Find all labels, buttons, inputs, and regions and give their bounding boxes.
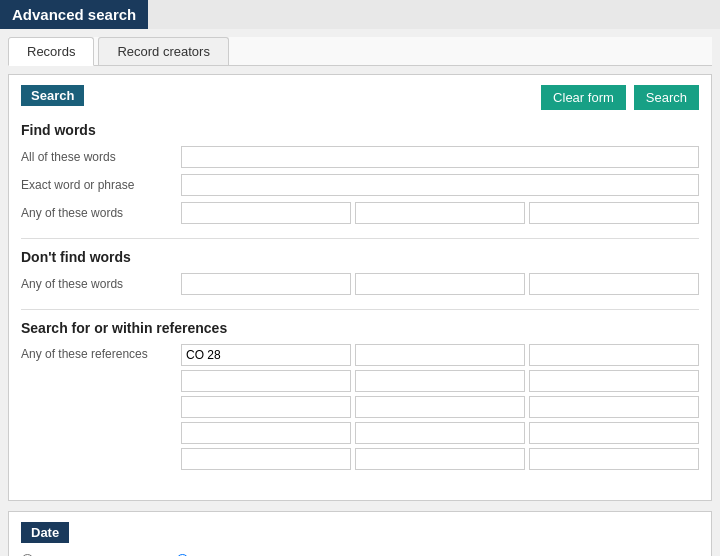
ref-input-5[interactable]: [355, 370, 525, 392]
any-words-row: Any of these words: [21, 202, 699, 224]
references-label: Any of these references: [21, 344, 181, 361]
tab-record-creators[interactable]: Record creators: [98, 37, 228, 65]
all-words-row: All of these words: [21, 146, 699, 168]
ref-input-15[interactable]: [529, 448, 699, 470]
ref-input-9[interactable]: [529, 396, 699, 418]
search-section-card: Search Clear form Search Find words All …: [8, 74, 712, 501]
ref-input-10[interactable]: [181, 422, 351, 444]
dont-words-triple: [181, 273, 699, 295]
ref-input-3[interactable]: [529, 344, 699, 366]
ref-input-4[interactable]: [181, 370, 351, 392]
references-grid: [181, 344, 699, 470]
dont-words-input-3[interactable]: [529, 273, 699, 295]
any-words-triple: [181, 202, 699, 224]
exact-phrase-input[interactable]: [181, 174, 699, 196]
page-header: Advanced search: [0, 0, 720, 29]
exact-phrase-label: Exact word or phrase: [21, 178, 181, 192]
find-words-title: Find words: [21, 122, 699, 138]
dont-any-words-label: Any of these words: [21, 277, 181, 291]
dont-find-words-section: Don't find words Any of these words: [21, 249, 699, 295]
find-words-section: Find words All of these words Exact word…: [21, 122, 699, 224]
dont-words-input-2[interactable]: [355, 273, 525, 295]
search-header-row: Search Clear form Search: [21, 85, 699, 116]
dont-words-input-1[interactable]: [181, 273, 351, 295]
references-section: Search for or within references Any of t…: [21, 320, 699, 470]
references-title: Search for or within references: [21, 320, 699, 336]
any-words-input-3[interactable]: [529, 202, 699, 224]
ref-input-2[interactable]: [355, 344, 525, 366]
any-words-label: Any of these words: [21, 206, 181, 220]
date-section-card: Date Search a date range Search a specif…: [8, 511, 712, 556]
tab-records[interactable]: Records: [8, 37, 94, 66]
ref-input-6[interactable]: [529, 370, 699, 392]
dont-any-words-row: Any of these words: [21, 273, 699, 295]
dont-find-words-title: Don't find words: [21, 249, 699, 265]
ref-input-11[interactable]: [355, 422, 525, 444]
tabs-bar: Records Record creators: [8, 37, 712, 66]
ref-input-7[interactable]: [181, 396, 351, 418]
any-words-input-1[interactable]: [181, 202, 351, 224]
ref-input-1[interactable]: [181, 344, 351, 366]
clear-form-button[interactable]: Clear form: [541, 85, 626, 110]
all-words-label: All of these words: [21, 150, 181, 164]
search-section-label: Search: [21, 85, 84, 106]
ref-input-12[interactable]: [529, 422, 699, 444]
page-title: Advanced search: [0, 0, 148, 29]
any-words-input-2[interactable]: [355, 202, 525, 224]
exact-phrase-row: Exact word or phrase: [21, 174, 699, 196]
all-words-input[interactable]: [181, 146, 699, 168]
ref-input-8[interactable]: [355, 396, 525, 418]
ref-input-13[interactable]: [181, 448, 351, 470]
ref-input-14[interactable]: [355, 448, 525, 470]
action-buttons: Clear form Search: [541, 85, 699, 110]
date-section-label: Date: [21, 522, 69, 543]
search-button[interactable]: Search: [634, 85, 699, 110]
references-row: Any of these references: [21, 344, 699, 470]
